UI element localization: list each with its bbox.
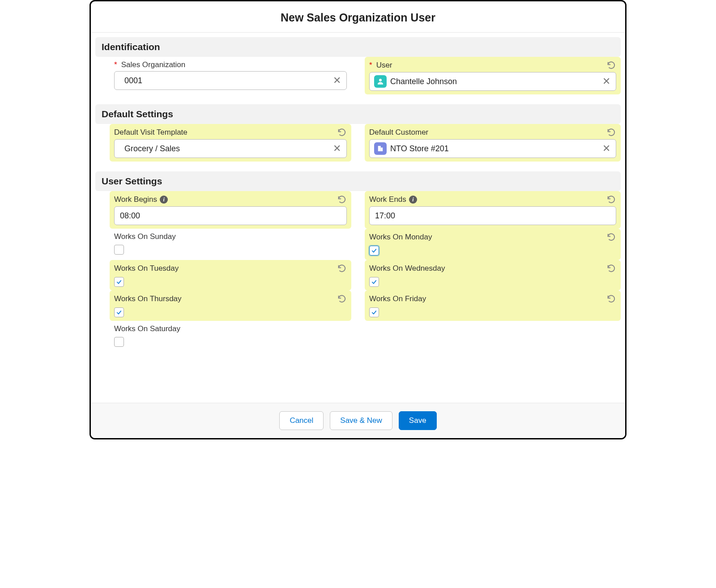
checkbox-sunday[interactable] bbox=[114, 245, 124, 255]
info-icon[interactable]: i bbox=[409, 196, 417, 204]
checkbox-friday[interactable] bbox=[369, 307, 379, 317]
clear-icon[interactable]: ✕ bbox=[332, 76, 342, 85]
undo-icon[interactable] bbox=[606, 232, 616, 242]
svg-rect-2 bbox=[381, 148, 383, 151]
label-work-ends: Work Endsi bbox=[369, 195, 417, 204]
save-button[interactable]: Save bbox=[399, 411, 437, 430]
undo-icon[interactable] bbox=[337, 264, 347, 273]
clear-icon[interactable]: ✕ bbox=[601, 77, 611, 86]
input-user[interactable]: Chantelle Johnson ✕ bbox=[369, 72, 616, 91]
checkbox-saturday[interactable] bbox=[114, 337, 124, 347]
label-friday: Works On Friday bbox=[369, 294, 426, 303]
field-default-visit-template: Default Visit Template Grocery / Sales ✕ bbox=[110, 124, 351, 162]
checkbox-wednesday[interactable] bbox=[369, 277, 379, 287]
undo-icon[interactable] bbox=[606, 60, 616, 70]
required-mark: * bbox=[369, 61, 372, 70]
undo-icon[interactable] bbox=[606, 264, 616, 273]
work-ends-input[interactable] bbox=[374, 211, 611, 221]
clear-icon[interactable]: ✕ bbox=[332, 144, 342, 153]
building-icon bbox=[374, 142, 387, 155]
user-icon bbox=[374, 75, 387, 88]
field-user: *User Chantelle Johnson ✕ bbox=[365, 57, 621, 94]
label-user: *User bbox=[369, 61, 392, 70]
footer: Cancel Save & New Save bbox=[91, 403, 625, 438]
input-default-visit-template[interactable]: Grocery / Sales ✕ bbox=[114, 139, 347, 158]
section-user-settings: User Settings bbox=[95, 171, 621, 191]
label-tuesday: Works On Tuesday bbox=[114, 264, 179, 273]
undo-icon[interactable] bbox=[337, 195, 347, 205]
field-saturday: Works On Saturday bbox=[110, 321, 351, 352]
undo-icon[interactable] bbox=[337, 128, 347, 137]
cancel-button[interactable]: Cancel bbox=[279, 411, 324, 430]
label-thursday: Works On Thursday bbox=[114, 294, 182, 303]
input-sales-organization[interactable]: 0001 ✕ bbox=[114, 71, 347, 90]
label-sales-organization: *Sales Organization bbox=[114, 60, 185, 69]
undo-icon[interactable] bbox=[606, 195, 616, 205]
field-default-customer: Default Customer NTO Store #201 ✕ bbox=[365, 124, 621, 162]
field-sunday: Works On Sunday bbox=[110, 229, 351, 260]
field-friday: Works On Friday bbox=[365, 290, 621, 321]
label-work-begins: Work Beginsi bbox=[114, 195, 168, 204]
section-identification: Identification bbox=[95, 37, 621, 57]
field-tuesday: Works On Tuesday bbox=[110, 260, 351, 290]
page-title: New Sales Organization User bbox=[91, 1, 625, 33]
input-default-customer[interactable]: NTO Store #201 ✕ bbox=[369, 139, 616, 158]
svg-rect-1 bbox=[378, 146, 381, 151]
label-default-customer: Default Customer bbox=[369, 128, 428, 137]
label-wednesday: Works On Wednesday bbox=[369, 264, 445, 273]
dialog: New Sales Organization User Identificati… bbox=[90, 0, 626, 439]
undo-icon[interactable] bbox=[606, 294, 616, 304]
field-sales-organization: *Sales Organization 0001 ✕ bbox=[110, 57, 351, 94]
save-and-new-button[interactable]: Save & New bbox=[330, 411, 392, 430]
label-saturday: Works On Saturday bbox=[114, 324, 180, 333]
work-begins-input[interactable] bbox=[119, 211, 342, 221]
undo-icon[interactable] bbox=[337, 294, 347, 304]
field-thursday: Works On Thursday bbox=[110, 290, 351, 321]
field-work-begins: Work Beginsi bbox=[110, 191, 351, 229]
svg-point-0 bbox=[379, 79, 382, 81]
info-icon[interactable]: i bbox=[160, 196, 168, 204]
required-mark: * bbox=[114, 60, 117, 69]
clear-icon[interactable]: ✕ bbox=[601, 144, 611, 153]
input-work-ends[interactable] bbox=[369, 206, 616, 225]
field-work-ends: Work Endsi bbox=[365, 191, 621, 229]
checkbox-tuesday[interactable] bbox=[114, 277, 124, 287]
label-default-visit-template: Default Visit Template bbox=[114, 128, 188, 137]
section-default-settings: Default Settings bbox=[95, 104, 621, 124]
input-work-begins[interactable] bbox=[114, 206, 347, 225]
field-wednesday: Works On Wednesday bbox=[365, 260, 621, 290]
field-monday: Works On Monday bbox=[365, 229, 621, 260]
undo-icon[interactable] bbox=[606, 128, 616, 137]
label-monday: Works On Monday bbox=[369, 233, 432, 242]
label-sunday: Works On Sunday bbox=[114, 232, 176, 241]
form-content: Identification *Sales Organization 0001 … bbox=[91, 33, 625, 403]
checkbox-monday[interactable] bbox=[369, 246, 379, 256]
checkbox-thursday[interactable] bbox=[114, 307, 124, 317]
